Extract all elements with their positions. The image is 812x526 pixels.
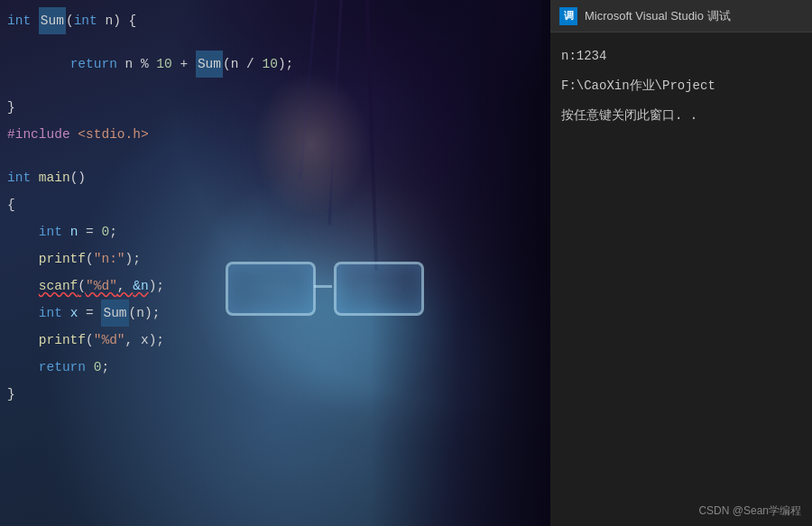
- number-10-2: 10: [263, 51, 278, 78]
- console-body[interactable]: n:1234 F:\CaoXin作业\Project 按任意键关闭此窗口. .: [550, 32, 812, 496]
- code-line-14: printf ( "%d" , x);: [0, 327, 550, 354]
- code-editor[interactable]: int Sum ( int n) { return n % 10 + Sum (…: [0, 0, 550, 526]
- code-line-6: #include <stdio.h>: [0, 121, 550, 148]
- string-format-d2: "%d": [94, 327, 125, 354]
- glasses-bridge: [314, 285, 332, 288]
- code-line-8: int main (): [0, 164, 550, 191]
- keyword-int-main: int: [7, 164, 31, 191]
- code-line-3: return n % 10 + Sum (n / 10 );: [0, 51, 550, 78]
- string-format-d: "%d": [86, 272, 117, 300]
- string-n-colon: "n:": [94, 245, 125, 272]
- keyword-int-n: int: [39, 218, 62, 245]
- code-line-4: [0, 78, 550, 94]
- console-footer: CSDN @Sean学编程: [550, 496, 812, 526]
- number-0: 0: [101, 218, 109, 245]
- console-output-keypress: 按任意键关闭此窗口. .: [561, 106, 801, 125]
- footer-credit: CSDN @Sean学编程: [698, 504, 801, 517]
- keyword-int-param: int: [74, 7, 97, 34]
- console-output-n: n:1234: [561, 47, 801, 66]
- code-line-1: int Sum ( int n) {: [0, 7, 550, 34]
- function-main: main: [39, 164, 70, 191]
- var-n: n: [70, 218, 78, 245]
- glasses-left: [226, 262, 316, 316]
- number-0-return: 0: [94, 354, 102, 381]
- console-panel: 调 Microsoft Visual Studio 调试 n:1234 F:\C…: [550, 0, 812, 526]
- glasses-right: [334, 262, 424, 316]
- number-10-1: 10: [156, 51, 171, 78]
- function-sum-highlight-2: Sum: [196, 51, 223, 78]
- function-scanf: scanf: [39, 272, 78, 300]
- function-sum-highlight-1: Sum: [39, 7, 66, 34]
- keyword-return-2: return: [39, 354, 86, 381]
- preprocessor-include: #include: [7, 121, 70, 148]
- keyword-return-1: return: [70, 51, 117, 78]
- function-printf-2: printf: [39, 327, 86, 354]
- code-line-9: {: [0, 191, 550, 218]
- code-line-5: }: [0, 94, 550, 121]
- code-line-2: [0, 34, 550, 51]
- code-line-7: [0, 148, 550, 164]
- function-printf-1: printf: [39, 245, 86, 272]
- keyword-int-x: int: [39, 300, 62, 327]
- console-header: 调 Microsoft Visual Studio 调试: [550, 0, 812, 32]
- var-x: x: [70, 300, 78, 327]
- console-title: Microsoft Visual Studio 调试: [585, 8, 731, 24]
- code-line-10: int n = 0 ;: [0, 218, 550, 245]
- var-addr-n: &n: [133, 272, 148, 300]
- code-line-16: }: [0, 381, 550, 408]
- console-output-path: F:\CaoXin作业\Project: [561, 77, 801, 96]
- keyword-int-1: int: [7, 7, 31, 34]
- function-sum-highlight-3: Sum: [101, 300, 128, 327]
- code-line-15: return 0 ;: [0, 354, 550, 381]
- vs-icon: 调: [559, 7, 577, 25]
- include-header: <stdio.h>: [78, 121, 148, 148]
